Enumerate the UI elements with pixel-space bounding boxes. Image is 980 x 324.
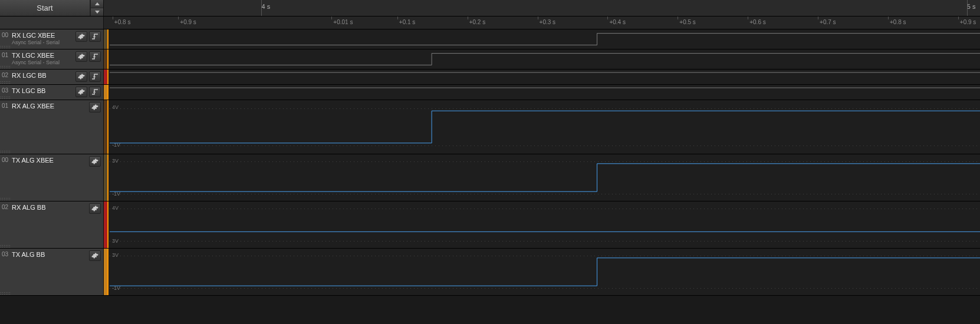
channel-header[interactable]: 03TX ALG BB: [0, 249, 104, 295]
ruler-minor-tick: +0.3 s: [540, 19, 556, 25]
marker-bar: [107, 85, 108, 100]
ruler-minor-tick: +0.1 s: [399, 19, 416, 25]
marker-bar: [107, 249, 108, 295]
trigger-icon[interactable]: [89, 87, 101, 97]
ruler-minor-tick: +0.01 s: [333, 19, 353, 25]
marker-bar: [107, 70, 108, 84]
channel-index: 02: [0, 70, 11, 78]
channel-row: 00RX LGC XBEEAsync Serial - Serial: [0, 29, 980, 49]
ruler-major-tick: 5 s: [967, 3, 976, 10]
trigger-icon[interactable]: [89, 31, 101, 42]
drag-handle-icon[interactable]: [0, 45, 11, 49]
waveform-area[interactable]: [104, 29, 980, 49]
gear-icon[interactable]: [89, 250, 101, 261]
gear-icon[interactable]: [75, 31, 87, 42]
channel-header[interactable]: 02RX LGC BB: [0, 70, 104, 84]
channel-subtitle: Async Serial - Serial: [12, 39, 74, 45]
channel-header[interactable]: 02RX ALG BB: [0, 201, 104, 248]
ruler-major[interactable]: 4 s5 s: [104, 0, 980, 16]
channel-name: RX ALG XBEE: [12, 103, 88, 110]
channel-row: 02RX LGC BB: [0, 70, 980, 85]
ruler-minor-tick: +0.8 s: [114, 19, 131, 25]
ruler-major-tick: 4 s: [261, 3, 270, 10]
channel-name: RX LGC BB: [12, 72, 74, 79]
top-bar: Start 4 s5 s: [0, 0, 980, 16]
channel-index: 01: [0, 49, 11, 58]
channel-name: TX LGC XBEE: [12, 52, 74, 59]
gear-icon[interactable]: [75, 71, 87, 82]
chevron-up-icon[interactable]: [90, 0, 103, 8]
ruler-minor-tick: +0.4 s: [609, 19, 626, 25]
channel-header[interactable]: 03TX LGC BB: [0, 85, 104, 100]
marker-bar: [107, 49, 108, 69]
trigger-icon[interactable]: [89, 71, 101, 82]
ruler-minor[interactable]: +0.8 s+0.9 s+0.01 s+0.1 s+0.2 s+0.3 s+0.…: [104, 16, 980, 29]
channel-header[interactable]: 01RX ALG XBEE: [0, 100, 104, 154]
channel-name: TX ALG XBEE: [12, 157, 88, 164]
waveform-area[interactable]: 3V-1V: [104, 249, 980, 295]
ruler-minor-row: +0.8 s+0.9 s+0.01 s+0.1 s+0.2 s+0.3 s+0.…: [0, 16, 980, 29]
channel-row: 02RX ALG BB4V3V: [0, 201, 980, 249]
ruler-minor-tick: +0.5 s: [679, 19, 696, 25]
channel-index: 02: [0, 201, 11, 210]
chevron-down-icon[interactable]: [90, 8, 103, 16]
ruler-minor-tick: +0.9 s: [180, 19, 196, 25]
start-stepper[interactable]: [90, 0, 103, 16]
channel-row: 00TX ALG XBEE3V-1V: [0, 154, 980, 201]
gear-icon[interactable]: [75, 87, 87, 97]
channel-header[interactable]: 00RX LGC XBEEAsync Serial - Serial: [0, 29, 104, 49]
drag-handle-icon[interactable]: [0, 244, 11, 248]
channel-index: 00: [0, 154, 11, 163]
channel-index: 01: [0, 100, 11, 109]
channel-header[interactable]: 01TX LGC XBEEAsync Serial - Serial: [0, 49, 104, 69]
start-cell: Start: [0, 0, 104, 16]
waveform-area[interactable]: [104, 70, 980, 84]
channel-index: 03: [0, 85, 11, 94]
channel-header[interactable]: 00TX ALG XBEE: [0, 154, 104, 201]
waveform-area[interactable]: 4V-1V: [104, 100, 980, 154]
gear-icon[interactable]: [89, 156, 101, 167]
channel-name: RX ALG BB: [12, 204, 88, 211]
trigger-icon[interactable]: [89, 51, 101, 62]
waveform-area[interactable]: [104, 49, 980, 69]
drag-handle-icon[interactable]: [0, 292, 11, 295]
channel-index: 00: [0, 29, 11, 38]
marker-bar: [107, 100, 108, 154]
channel-row: 01RX ALG XBEE4V-1V: [0, 100, 980, 154]
channel-row: 03TX ALG BB3V-1V: [0, 249, 980, 296]
channel-name: RX LGC XBEE: [12, 32, 74, 39]
gear-icon[interactable]: [75, 51, 87, 62]
channel-index: 03: [0, 249, 11, 257]
waveform-area[interactable]: 3V-1V: [104, 154, 980, 201]
ruler-pad: [0, 16, 104, 29]
waveform-area[interactable]: 4V3V: [104, 201, 980, 248]
start-button[interactable]: Start: [0, 0, 90, 16]
drag-handle-icon[interactable]: [0, 96, 11, 100]
channel-name: TX ALG BB: [12, 251, 88, 258]
waveform-area[interactable]: [104, 85, 980, 100]
drag-handle-icon[interactable]: [0, 65, 11, 69]
ruler-minor-tick: +0.6 s: [749, 19, 766, 25]
gear-icon[interactable]: [89, 203, 101, 214]
drag-handle-icon[interactable]: [0, 81, 11, 84]
channel-row: 03TX LGC BB: [0, 85, 980, 100]
marker-bar: [107, 201, 108, 248]
ruler-minor-tick: +0.8 s: [890, 19, 906, 25]
marker-bar: [107, 29, 108, 49]
gear-icon[interactable]: [89, 102, 101, 113]
drag-handle-icon[interactable]: [0, 197, 11, 201]
ruler-minor-tick: +0.2 s: [469, 19, 486, 25]
channel-row: 01TX LGC XBEEAsync Serial - Serial: [0, 49, 980, 70]
drag-handle-icon[interactable]: [0, 150, 11, 154]
channel-subtitle: Async Serial - Serial: [12, 59, 74, 65]
ruler-minor-tick: +0.9 s: [960, 19, 976, 25]
channel-name: TX LGC BB: [12, 87, 74, 94]
marker-bar: [107, 154, 108, 201]
ruler-minor-tick: +0.7 s: [820, 19, 836, 25]
channels: 00RX LGC XBEEAsync Serial - Serial01TX L…: [0, 29, 980, 324]
